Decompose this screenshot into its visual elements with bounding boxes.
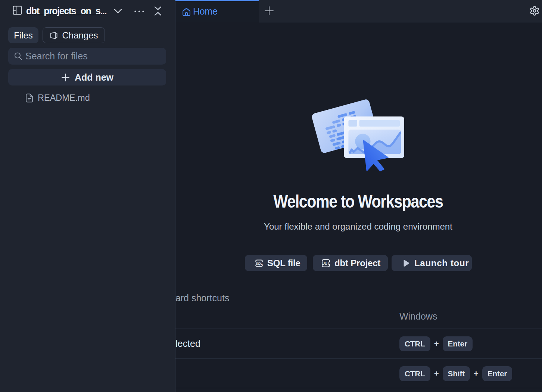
svg-text:DBT: DBT — [322, 261, 330, 265]
svg-text:SQL: SQL — [256, 261, 263, 265]
